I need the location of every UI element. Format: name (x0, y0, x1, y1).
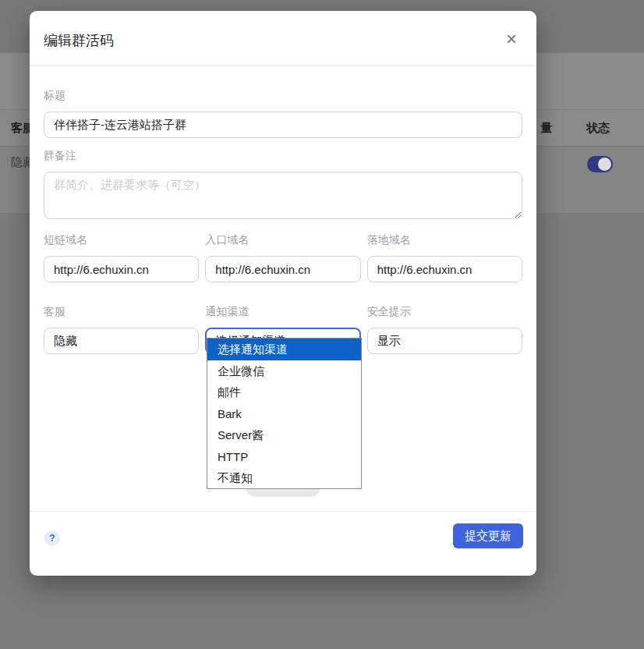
dropdown-option-bark[interactable]: Bark (207, 403, 361, 425)
customer-service-label: 客服 (44, 305, 199, 319)
notify-channel-label: 通知渠道 (205, 305, 360, 319)
field-security-tip: 安全提示 (367, 305, 522, 354)
short-domain-label: 短链域名 (44, 233, 199, 247)
security-tip-label: 安全提示 (367, 305, 522, 319)
column-header-status: 状态 (586, 110, 610, 146)
dialog-header: 编辑群活码 × (30, 11, 536, 66)
dropdown-option-http[interactable]: HTTP (207, 446, 361, 468)
field-short-domain: 短链域名 (44, 233, 199, 282)
dropdown-option-placeholder[interactable]: 选择通知渠道 (207, 339, 361, 360)
title-input[interactable] (44, 112, 522, 138)
field-entry-domain: 入口域名 (205, 233, 360, 282)
dialog-body: 标题 群备注 短链域名 入口域名 落地域名 客服 (30, 66, 536, 354)
dropdown-option-email[interactable]: 邮件 (207, 381, 361, 403)
security-tip-select[interactable] (367, 328, 522, 354)
dropdown-option-wecom[interactable]: 企业微信 (207, 360, 361, 382)
short-domain-input[interactable] (44, 256, 199, 282)
entry-domain-label: 入口域名 (205, 233, 360, 247)
edit-group-code-dialog: 编辑群活码 × 标题 群备注 短链域名 入口域名 落地域名 (30, 11, 536, 576)
landing-domain-label: 落地域名 (367, 233, 522, 247)
domain-row: 短链域名 入口域名 落地域名 (44, 233, 522, 282)
close-icon[interactable]: × (501, 28, 522, 50)
field-title: 标题 (44, 89, 522, 138)
customer-service-select[interactable] (44, 328, 199, 354)
dropdown-option-serverchan[interactable]: Server酱 (207, 424, 361, 446)
entry-domain-input[interactable] (205, 256, 360, 282)
notify-channel-dropdown: 选择通知渠道 企业微信 邮件 Bark Server酱 HTTP 不通知 (207, 338, 362, 489)
dialog-footer: ? 提交更新 (30, 511, 536, 576)
remark-textarea[interactable] (44, 172, 522, 219)
field-landing-domain: 落地域名 (367, 233, 522, 282)
status-toggle[interactable] (587, 156, 613, 172)
toggle-knob (598, 158, 611, 171)
field-customer-service: 客服 (44, 305, 199, 354)
column-header-volume: 量 (540, 110, 552, 146)
dialog-title: 编辑群活码 (44, 31, 114, 50)
field-remark: 群备注 (44, 149, 522, 222)
title-label: 标题 (44, 89, 522, 103)
submit-update-button[interactable]: 提交更新 (453, 523, 523, 548)
help-icon[interactable]: ? (44, 530, 60, 546)
dropdown-option-none[interactable]: 不通知 (207, 467, 361, 489)
landing-domain-input[interactable] (367, 256, 522, 282)
remark-label: 群备注 (44, 149, 522, 163)
